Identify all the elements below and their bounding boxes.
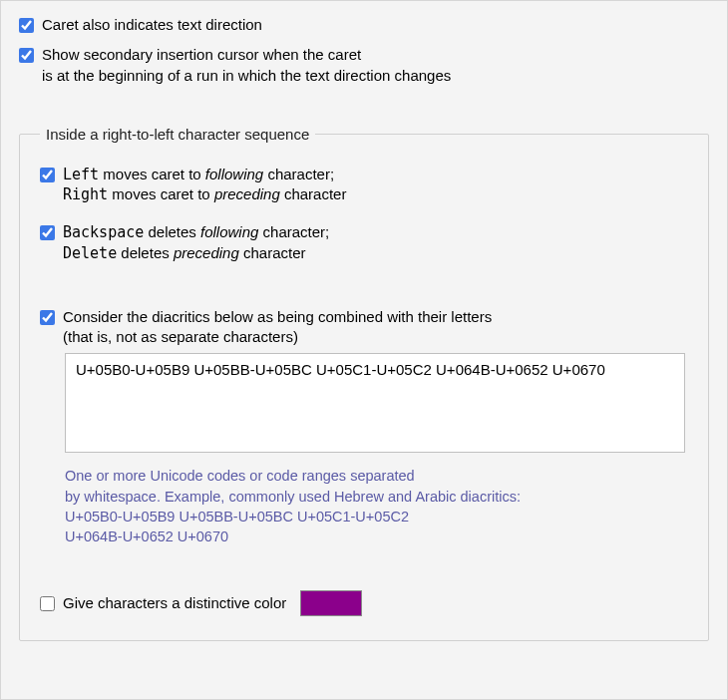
secondary-cursor-label-line2: is at the beginning of a run in which th… [42,67,451,84]
move-caret-checkbox[interactable] [40,168,55,182]
diacritics-row: Consider the diacritics below as being c… [40,307,688,348]
diacritics-checkbox[interactable] [40,310,55,325]
diacritics-hint: One or more Unicode codes or code ranges… [65,466,683,546]
key-delete: Delete [63,244,117,262]
diacritics-textarea[interactable] [65,353,685,453]
delete-row: Backspace deletes following character; D… [40,222,688,263]
diacritics-label-line2: (that is, not as separate characters) [63,328,298,345]
caret-direction-checkbox[interactable] [19,18,34,33]
secondary-cursor-label: Show secondary insertion cursor when the… [42,45,451,86]
diacritics-textarea-wrap [65,353,688,456]
key-left: Left [63,166,99,183]
move-caret-label: Left moves caret to following character;… [63,165,346,205]
key-backspace: Backspace [63,223,144,241]
caret-direction-row: Caret also indicates text direction [19,15,709,35]
distinctive-color-checkbox[interactable] [40,596,55,611]
distinctive-color-label: Give characters a distinctive color [63,593,286,613]
caret-direction-label: Caret also indicates text direction [42,15,262,35]
secondary-cursor-row: Show secondary insertion cursor when the… [19,45,709,86]
rtl-sequence-group: Inside a right-to-left character sequenc… [19,126,709,642]
diacritics-label-line1: Consider the diacritics below as being c… [63,308,492,325]
secondary-cursor-checkbox[interactable] [19,48,34,63]
bidi-options-panel: Caret also indicates text direction Show… [0,0,728,700]
rtl-sequence-legend: Inside a right-to-left character sequenc… [40,126,315,143]
delete-label: Backspace deletes following character; D… [63,222,329,263]
move-caret-row: Left moves caret to following character;… [40,165,688,205]
key-right: Right [63,185,108,203]
distinctive-color-swatch[interactable] [300,590,362,616]
delete-checkbox[interactable] [40,225,55,240]
diacritics-label: Consider the diacritics below as being c… [63,307,492,348]
secondary-cursor-label-line1: Show secondary insertion cursor when the… [42,46,361,63]
distinctive-color-row: Give characters a distinctive color [40,590,688,616]
